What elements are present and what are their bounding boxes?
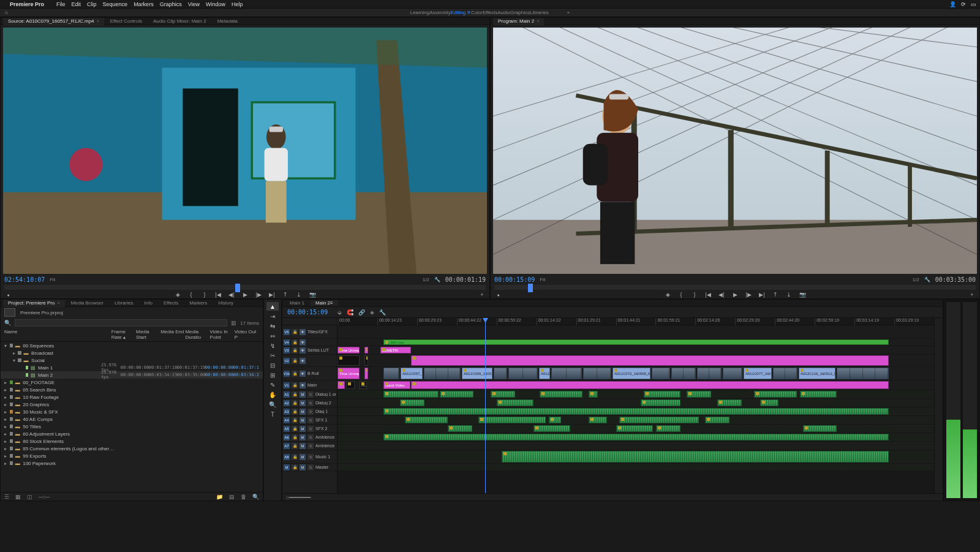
slip-tool[interactable]: ⊟ [266, 361, 279, 369]
menu-clip[interactable]: Clip [87, 1, 97, 7]
pen-tool[interactable]: ✎ [266, 380, 279, 389]
track[interactable] [337, 407, 934, 416]
column-header[interactable]: Video In Point [210, 329, 235, 340]
ripple-tool[interactable]: ⇆ [266, 322, 279, 330]
solo-toggle[interactable]: S [307, 409, 314, 415]
clip[interactable] [773, 368, 797, 379]
clip[interactable]: A011C077_160508_R1JC.mp4 [744, 368, 772, 379]
clip[interactable] [697, 368, 722, 379]
visibility-toggle[interactable]: 👁 [300, 339, 306, 346]
clip[interactable]: A012C116_160512_R1JC.mp4 [799, 368, 835, 379]
lock-icon[interactable]: 🔒 [292, 454, 298, 460]
go-in-button[interactable]: |◀ [214, 292, 222, 298]
overflow-icon[interactable]: ⬥ [494, 292, 502, 298]
disclosure-icon[interactable]: ▸ [4, 431, 10, 437]
source-resolution[interactable]: 1/2 [423, 277, 429, 282]
clip[interactable] [616, 425, 653, 432]
mute-toggle[interactable]: M [300, 434, 306, 440]
track[interactable] [337, 390, 934, 399]
track[interactable] [337, 325, 934, 339]
razor-tool[interactable]: ✂ [266, 351, 279, 360]
track-header[interactable]: A6🔒MSAmbience 1 [282, 433, 337, 442]
find-icon[interactable]: 🔍 [252, 494, 259, 500]
tab[interactable]: Metadata [213, 18, 243, 25]
lock-icon[interactable]: 🔒 [292, 426, 298, 432]
source-scrubber[interactable] [4, 285, 486, 290]
clip[interactable] [364, 368, 368, 379]
workspace-graphics[interactable]: Graphics [510, 10, 530, 15]
export-frame-button[interactable]: 📷 [799, 292, 806, 298]
mark-out-button[interactable]: } [201, 292, 208, 298]
project-item[interactable]: ▸▬60 Adjustment Layers [1, 430, 263, 437]
clip[interactable] [619, 417, 699, 423]
user-icon[interactable]: 👤 [949, 1, 956, 7]
nest-icon[interactable]: ⬙ [337, 309, 342, 316]
go-in-button[interactable]: |◀ [704, 292, 712, 298]
track[interactable]: Time UnmappedLUMETRI [337, 346, 934, 355]
clip[interactable] [644, 391, 680, 398]
clip[interactable]: Time Unmapped [337, 368, 360, 379]
track-target-toggle[interactable]: A3 [284, 409, 290, 415]
disclosure-icon[interactable]: ▸ [4, 446, 10, 452]
clip[interactable] [400, 399, 424, 406]
project-item[interactable]: ▾▬Social [1, 357, 263, 364]
project-item[interactable]: ▸▬99 Exports [1, 452, 263, 459]
lock-icon[interactable]: 🔒 [292, 358, 298, 364]
visibility-toggle[interactable]: 👁 [300, 329, 306, 335]
track-target-toggle[interactable]: A5 [284, 426, 290, 432]
track-header[interactable]: V4🔒👁 [282, 339, 337, 346]
clip[interactable] [337, 355, 360, 366]
program-scrubber[interactable] [494, 285, 976, 290]
column-header[interactable]: Media Duratio [185, 329, 209, 340]
clip[interactable] [411, 381, 889, 389]
clip[interactable] [346, 381, 355, 389]
workspace-effects[interactable]: Effects [483, 10, 497, 15]
project-item[interactable]: ▸▬100 Paperwork [1, 459, 263, 467]
timeline-playhead[interactable] [485, 318, 486, 493]
clip[interactable] [723, 368, 742, 379]
project-item[interactable]: ▸▬00_FOOTAGE [1, 379, 263, 386]
project-search-input[interactable] [15, 319, 227, 327]
clip[interactable] [652, 368, 670, 379]
hand-tool[interactable]: ✋ [266, 390, 279, 399]
menu-sequence[interactable]: Sequence [103, 1, 128, 7]
clip[interactable] [837, 368, 889, 379]
workspace-learning[interactable]: Learning [410, 10, 429, 15]
track[interactable] [337, 464, 934, 471]
visibility-toggle[interactable]: 👁 [300, 347, 306, 354]
track-header[interactable]: M🔒MSMaster [282, 464, 337, 471]
clip[interactable] [497, 399, 533, 406]
track-header[interactable]: V1b🔒👁B Roll [282, 367, 337, 380]
new-item-icon[interactable]: ▤ [229, 494, 235, 500]
lock-icon[interactable]: 🔒 [292, 443, 298, 449]
mute-toggle[interactable]: M [300, 417, 306, 423]
project-item[interactable]: ▸▬Broadcast [1, 349, 263, 357]
track[interactable] [337, 355, 934, 367]
tab[interactable]: Project: Premiere Pro≡ [3, 300, 65, 307]
clip[interactable] [589, 417, 607, 423]
clip[interactable] [533, 425, 570, 432]
track-target-toggle[interactable]: V5 [284, 329, 290, 335]
solo-toggle[interactable]: S [307, 426, 314, 432]
step-fwd-button[interactable]: |▶ [745, 292, 752, 298]
mark-out-button[interactable]: } [691, 292, 698, 298]
extract-button[interactable]: ⤓ [295, 292, 303, 298]
project-item[interactable]: ▤Main 223.976 fps00:00:00:0000:03:34:230… [1, 371, 263, 379]
clip[interactable] [383, 368, 399, 379]
source-playhead[interactable] [235, 284, 240, 292]
menu-markers[interactable]: Markers [134, 1, 154, 7]
timeline-tracks-area[interactable]: 00:0000:00:14:2300:00:29:2300:00:44:2200… [337, 318, 934, 493]
tab[interactable]: History [213, 300, 238, 307]
type-tool[interactable]: T [266, 410, 279, 418]
clip[interactable] [383, 391, 439, 398]
extract-button[interactable]: ⤓ [785, 292, 793, 298]
mute-toggle[interactable]: M [300, 400, 306, 406]
solo-toggle[interactable]: S [307, 434, 314, 440]
project-item[interactable]: ▸▬40 AE Comps [1, 415, 263, 423]
lift-button[interactable]: ⤒ [282, 292, 289, 298]
clip[interactable] [337, 381, 345, 389]
track-target-toggle[interactable]: V1b [284, 371, 290, 377]
disclosure-icon[interactable]: ▸ [4, 380, 10, 385]
clip[interactable] [411, 355, 889, 366]
tab[interactable]: Main 1 [285, 300, 309, 306]
